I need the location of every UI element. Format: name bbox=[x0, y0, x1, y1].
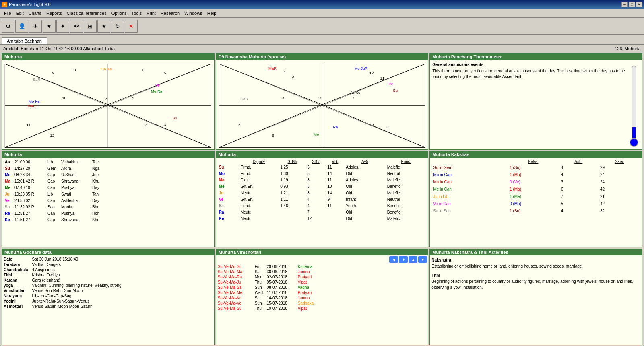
gochara-row: Yogini Jupiter-Rahu-Sun-Saturn-Venus bbox=[4, 299, 122, 303]
thermo-content: General auspicious events This thermomet… bbox=[430, 60, 642, 149]
kakshas-row: Mo in Cap 1 (Ma) 4 24 bbox=[431, 172, 640, 178]
svg-text:As Ke: As Ke bbox=[350, 90, 360, 95]
svg-text:11: 11 bbox=[380, 76, 384, 80]
tab-amitabh[interactable]: Amitabh Bachhan bbox=[2, 37, 47, 44]
svg-text:10: 10 bbox=[318, 96, 322, 100]
svg-text:Me Ra: Me Ra bbox=[151, 89, 163, 93]
menu-file[interactable]: File bbox=[2, 10, 14, 16]
vim-down-button[interactable]: ▼ bbox=[418, 256, 427, 263]
toolbar-heart[interactable]: ♥ bbox=[43, 20, 56, 33]
close-button[interactable]: ✕ bbox=[636, 2, 642, 7]
kakshas-col-ash: Ash. bbox=[559, 159, 598, 164]
vimshottari-row: Su-Ve-Ma-Ju Thu 05-07-2018 Vipat bbox=[218, 280, 427, 284]
panel-title-d9: D9 Navamsha Muhurta (spouse) bbox=[216, 54, 428, 60]
muhurta-position-row: Ve 24:56:02 Can Ashlesha Day bbox=[4, 198, 213, 204]
dignity-row: Ve Grt.En. 1.11 4 9 Infant Neutral bbox=[218, 197, 427, 202]
titlebar-left: ☀ Parashara's Light 9.0 bbox=[2, 2, 51, 7]
menu-classical[interactable]: Classical references bbox=[64, 10, 109, 16]
dignity-content: Dignity SB% SB# VB. Av5 Func. Su Frmd. 1… bbox=[216, 158, 428, 247]
svg-text:Me: Me bbox=[314, 132, 319, 136]
kakshas-row: Me in Can 1 (Ma) 6 42 bbox=[431, 186, 640, 193]
svg-text:4: 4 bbox=[282, 96, 285, 100]
muhurta-position-row: Ma 15:01:42 R Cap Shravana Khu bbox=[4, 179, 213, 184]
app-icon: ☀ bbox=[2, 2, 7, 7]
dignity-row: Ma Exalt. 1.19 3 11 Adoles. Malefic bbox=[218, 177, 427, 183]
panel-gochara: Muhurta Gochara data Date Sat 30 Jun 201… bbox=[2, 249, 215, 345]
titlebar-buttons: ─ □ ✕ bbox=[621, 2, 642, 7]
minimize-button[interactable]: ─ bbox=[621, 2, 628, 7]
svg-text:SaR: SaR bbox=[33, 77, 41, 82]
toolbar-person[interactable]: 👤 bbox=[15, 20, 28, 33]
nakshatra-description: Establishing or embellishing home or lan… bbox=[431, 263, 640, 269]
vim-up-button[interactable]: ▲ bbox=[409, 256, 417, 263]
vimshottari-row: Su-Ve-Ma-Ma Sat 30-06-2018 Janma bbox=[218, 270, 427, 274]
nakshatra-header: Nakshatra bbox=[431, 257, 640, 263]
menu-options[interactable]: Options bbox=[109, 10, 129, 16]
gochara-row: Tithi Krishna Dwitiya bbox=[4, 273, 122, 277]
toolbar-close[interactable]: ✕ bbox=[125, 20, 138, 33]
panel-title-gochara: Muhurta Gochara data bbox=[2, 249, 214, 255]
dignity-row: Ra Neutr. 7 Old Benefic bbox=[218, 210, 427, 215]
panel-title-vimshottari: Muhurta Vimshottari bbox=[216, 249, 428, 255]
dignity-row: Me Grt.En. 0.93 3 10 Old Benefic bbox=[218, 184, 427, 189]
nakshatra-text-area: Nakshatra Establishing or embellishing h… bbox=[431, 256, 641, 291]
svg-text:12: 12 bbox=[369, 71, 374, 75]
dignity-row: Su Frmd. 1.25 5 11 Adoles. Malefic bbox=[218, 165, 427, 170]
menu-tools[interactable]: Tools bbox=[129, 10, 144, 16]
svg-text:JuR As: JuR As bbox=[100, 67, 112, 71]
menu-research[interactable]: Research bbox=[158, 10, 182, 16]
menu-print[interactable]: Print bbox=[144, 10, 158, 16]
d9-svg: MaR 2 Mo JuR 3 12 11 Ve Su As Ke SaR 4 1… bbox=[217, 61, 427, 148]
toolbar-star4[interactable]: ✦ bbox=[56, 20, 69, 33]
thermo-text-area: General auspicious events This thermomet… bbox=[432, 62, 625, 147]
toolbar-grid[interactable]: ⊞ bbox=[84, 20, 97, 33]
thermo-bulb bbox=[630, 138, 638, 147]
svg-text:5: 5 bbox=[238, 122, 240, 127]
kakshas-row: Su in Gem 1 (Su) 4 29 bbox=[431, 165, 640, 171]
svg-text:7: 7 bbox=[105, 97, 107, 101]
vimshottari-row: Su-Ve-Ma-Ke Sat 14-07-2018 Janma bbox=[218, 296, 427, 300]
svg-text:Ve: Ve bbox=[155, 83, 160, 87]
svg-text:1: 1 bbox=[104, 105, 106, 109]
muhurta-position-row: Su 14:27:29 Gem Ardra Nga bbox=[4, 166, 213, 171]
toolbar-refresh[interactable]: ↻ bbox=[111, 20, 124, 33]
menu-reports[interactable]: Reports bbox=[44, 10, 64, 16]
svg-text:3: 3 bbox=[164, 122, 166, 127]
svg-text:5: 5 bbox=[164, 71, 166, 75]
gochara-row: Vimshottari Venus-Sun-Rahu-Sun-Moon bbox=[4, 288, 122, 293]
panel-muhurta-data: Muhurta As 21:09:06 Lib Vishakha Tee Su … bbox=[2, 151, 215, 247]
panel-vimshottari: Muhurta Vimshottari ◄ + ▲ ▼ Su-Ve-Mo-Su … bbox=[216, 249, 429, 345]
vim-prev-button[interactable]: ◄ bbox=[389, 256, 398, 263]
menu-charts[interactable]: Charts bbox=[26, 10, 44, 16]
svg-text:12: 12 bbox=[50, 133, 54, 138]
gochara-row: yoga Vaidhriti: Cunning, blaming nature,… bbox=[4, 283, 122, 288]
d9-content: MaR 2 Mo JuR 3 12 11 Ve Su As Ke SaR 4 1… bbox=[216, 60, 428, 149]
panel-title-muhurta3: Muhurta bbox=[216, 151, 428, 158]
kakshas-row: Ma in Cap 0 (Ve) 3 24 bbox=[431, 179, 640, 185]
toolbar-settings[interactable]: ⚙ bbox=[2, 20, 14, 33]
tithi-header: Tithi bbox=[431, 272, 640, 278]
toolbar-star[interactable]: ★ bbox=[97, 20, 110, 33]
toolbar-sun[interactable]: ☀ bbox=[29, 20, 42, 33]
vim-next-button[interactable]: + bbox=[399, 256, 408, 263]
dignity-row: Sa Frmd. 1.46 4 11 Youth. Benefic bbox=[218, 203, 427, 209]
gochara-table: Date Sat 30 Jun 2018 15:18:40 Tarabala V… bbox=[3, 256, 122, 309]
menu-windows[interactable]: Windows bbox=[182, 10, 205, 16]
gochara-row: Chandrabala 4 Auspicious bbox=[4, 268, 122, 272]
tithi-description: Beginning of actions pertaining to count… bbox=[431, 278, 640, 290]
statusbar: Amitabh Bachhan 11 Oct 1942 16:00:00 All… bbox=[0, 44, 644, 52]
app-title: Parashara's Light 9.0 bbox=[9, 2, 51, 7]
maximize-button[interactable]: □ bbox=[629, 2, 635, 7]
kakshas-col-kaks: Kaks. bbox=[508, 159, 558, 164]
muhurta-position-row: Mo 08:26:34 Cap U.Shad. Jee bbox=[4, 172, 213, 178]
menu-help[interactable]: Help bbox=[205, 10, 219, 16]
status-right: 126. Muhurta bbox=[615, 46, 641, 51]
thermo-tube bbox=[632, 66, 636, 138]
vimshottari-row: Su-Ve-Ma-Me Wed 11-07-2018 Pratyari bbox=[218, 290, 427, 295]
svg-text:2: 2 bbox=[144, 122, 147, 127]
toolbar-kp[interactable]: KP bbox=[70, 20, 83, 33]
svg-text:MaR: MaR bbox=[28, 104, 36, 108]
svg-text:Ve: Ve bbox=[388, 82, 393, 86]
muhurta-position-row: As 21:09:06 Lib Vishakha Tee bbox=[4, 159, 213, 165]
menu-edit[interactable]: Edit bbox=[14, 10, 26, 16]
